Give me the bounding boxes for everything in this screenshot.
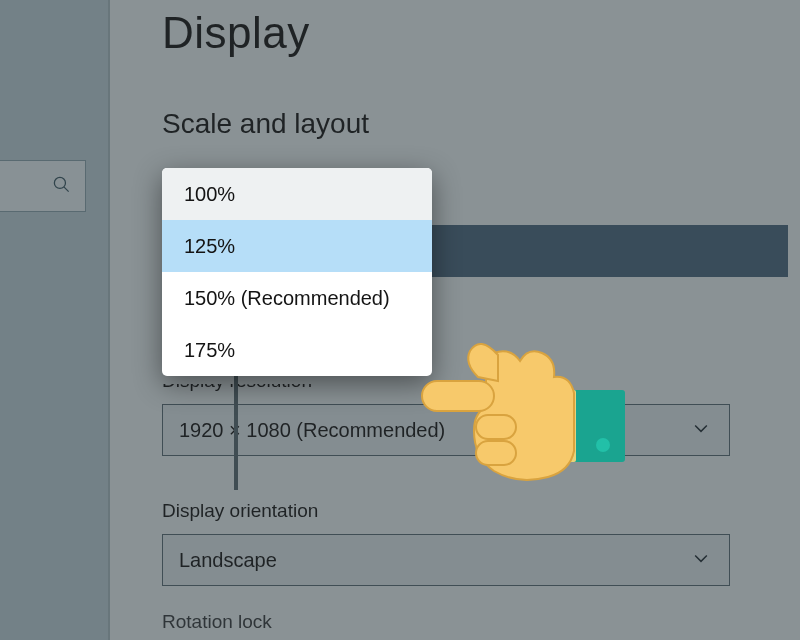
resolution-value: 1920 × 1080 (Recommended) bbox=[179, 419, 445, 442]
svg-rect-2 bbox=[570, 390, 625, 462]
rotation-lock-label: Rotation lock bbox=[162, 611, 272, 633]
page-title: Display bbox=[162, 8, 310, 58]
chevron-down-icon bbox=[691, 548, 711, 572]
orientation-select[interactable]: Landscape bbox=[162, 534, 730, 586]
orientation-value: Landscape bbox=[179, 549, 277, 572]
scale-option-125[interactable]: 125% bbox=[162, 220, 432, 272]
chevron-down-icon bbox=[691, 418, 711, 442]
svg-point-4 bbox=[596, 438, 610, 452]
svg-rect-6 bbox=[476, 415, 516, 439]
search-box-stub[interactable] bbox=[0, 160, 86, 212]
orientation-label: Display orientation bbox=[162, 500, 318, 522]
section-title: Scale and layout bbox=[162, 108, 369, 140]
svg-line-1 bbox=[64, 186, 69, 191]
scale-option-150[interactable]: 150% (Recommended) bbox=[162, 272, 432, 324]
scale-option-100[interactable]: 100% bbox=[162, 168, 432, 220]
settings-left-column bbox=[0, 0, 110, 640]
scale-dropdown-popup: 100% 125% 150% (Recommended) 175% bbox=[162, 168, 432, 376]
svg-point-0 bbox=[54, 177, 65, 188]
pointing-hand-icon bbox=[420, 295, 630, 499]
svg-rect-7 bbox=[476, 441, 516, 465]
search-icon bbox=[52, 175, 71, 198]
svg-rect-5 bbox=[422, 381, 494, 411]
scale-option-175[interactable]: 175% bbox=[162, 324, 432, 376]
